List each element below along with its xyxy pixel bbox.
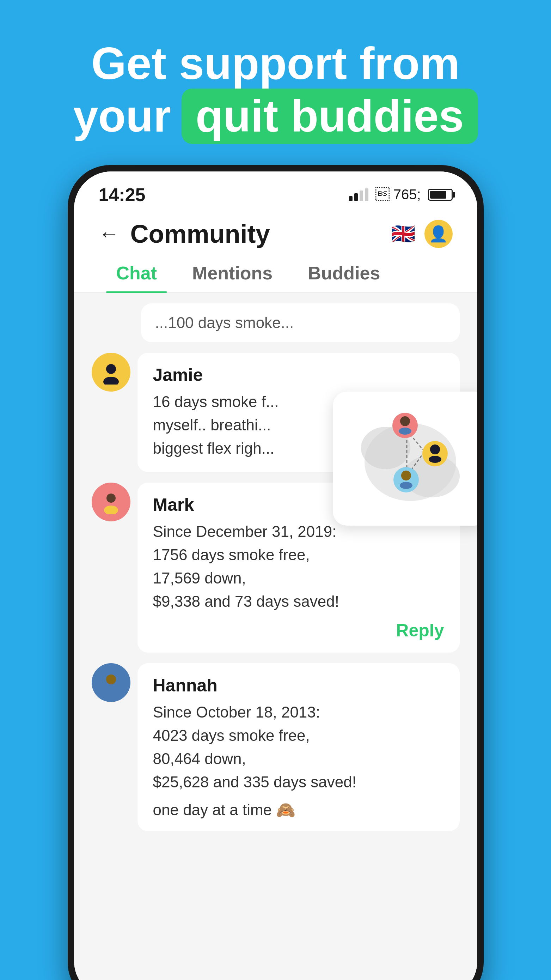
svg-point-16 — [400, 482, 413, 489]
svg-point-1 — [103, 377, 119, 385]
jamie-name: Jamie — [153, 365, 444, 385]
reply-button-mark[interactable]: Reply — [153, 620, 444, 641]
svg-point-13 — [429, 456, 441, 463]
phone-wrapper: 14:25  765; ← Community — [46, 165, 505, 980]
hannah-avatar — [92, 663, 130, 702]
jamie-avatar — [92, 353, 130, 391]
svg-point-15 — [401, 471, 411, 480]
status-bar: 14:25  765; — [74, 172, 477, 212]
wifi-icon:  765; — [375, 187, 421, 202]
quit-buddies-badge: quit buddies — [181, 89, 478, 144]
svg-point-0 — [106, 364, 116, 374]
header-section: Get support from your quit buddies — [73, 39, 478, 144]
buddy-network-graphic — [351, 406, 470, 512]
header-line2: your quit buddies — [73, 89, 478, 144]
svg-point-10 — [399, 428, 411, 434]
status-time: 14:25 — [99, 184, 146, 205]
battery-icon — [428, 189, 453, 201]
hannah-extra-text: one day at a time 🙈 — [153, 801, 444, 819]
header-line1: Get support from — [73, 39, 478, 89]
phone-screen: 14:25  765; ← Community — [74, 172, 477, 980]
buddy-network-popup — [333, 391, 477, 526]
nav-title: Community — [130, 220, 389, 248]
phone-outer: 14:25  765; ← Community — [68, 165, 484, 980]
svg-point-17 — [106, 493, 116, 503]
svg-point-18 — [104, 506, 118, 514]
user-avatar[interactable]: 👤 — [424, 220, 453, 248]
svg-point-19 — [106, 675, 116, 684]
svg-point-20 — [103, 687, 119, 695]
tab-buddies[interactable]: Buddies — [290, 254, 398, 292]
tab-bar: Chat Mentions Buddies — [74, 254, 477, 293]
message-row-jamie: Jamie 16 days smoke f...myself.. breathi… — [92, 353, 460, 472]
mark-avatar — [92, 483, 130, 522]
hannah-name: Hannah — [153, 675, 444, 696]
status-icons:  765; — [349, 187, 453, 202]
message-row-hannah: Hannah Since October 18, 2013:4023 days … — [92, 663, 460, 831]
flag-icon[interactable]: 🇬🇧 — [389, 220, 418, 248]
hannah-text: Since October 18, 2013:4023 days smoke f… — [153, 701, 444, 794]
chat-content: ...100 days smoke... Jamie 16 days smoke… — [74, 293, 477, 980]
header-line2-prefix: your — [73, 91, 171, 141]
truncated-message: ...100 days smoke... — [141, 303, 460, 342]
tab-chat[interactable]: Chat — [99, 254, 175, 292]
tab-mentions[interactable]: Mentions — [175, 254, 290, 292]
signal-icon — [349, 188, 368, 201]
hannah-card: Hannah Since October 18, 2013:4023 days … — [138, 663, 460, 831]
svg-point-12 — [430, 444, 440, 454]
back-button[interactable]: ← — [99, 221, 120, 246]
nav-bar: ← Community 🇬🇧 👤 — [74, 212, 477, 254]
svg-point-9 — [400, 416, 410, 426]
nav-icons: 🇬🇧 👤 — [389, 220, 453, 248]
mark-text: Since December 31, 2019:1756 days smoke … — [153, 520, 444, 613]
